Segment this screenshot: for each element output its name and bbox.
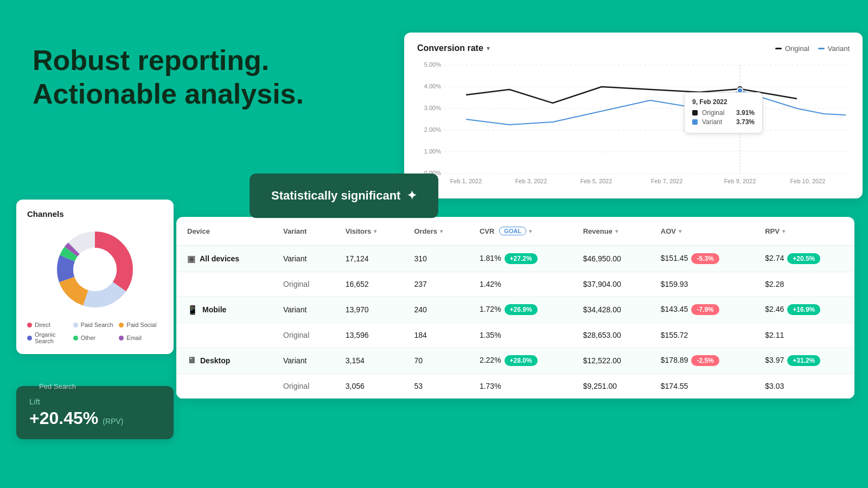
cell-variant-0: Variant	[272, 246, 335, 272]
col-orders-sort[interactable]: Orders ▾	[414, 227, 443, 235]
cell-variant-5: Original	[272, 374, 335, 399]
cvr-value-1: 1.42%	[480, 280, 501, 288]
legend-original-label: Original	[785, 44, 809, 53]
device-icon-4: 🖥	[187, 356, 196, 365]
variant-label-5: Original	[283, 382, 309, 390]
col-rpv: RPV ▾	[754, 217, 854, 246]
legend-label-paid-search: Paid Search	[81, 322, 113, 328]
cell-rpv-5: $3.03	[754, 374, 854, 399]
variant-label-4: Variant	[283, 356, 307, 365]
cell-visitors-3: 13,596	[335, 323, 404, 348]
hero-line1: Robust reporting.	[33, 44, 269, 76]
svg-text:5.00%: 5.00%	[424, 61, 441, 68]
legend-label-paid-social: Paid Social	[126, 322, 156, 328]
chart-panel: Conversion rate ▾ Original Variant 9, Fe…	[404, 33, 863, 198]
ped-search-label: Ped Search	[39, 382, 76, 390]
lift-label: Lift	[29, 397, 161, 406]
tooltip-original-label: Original	[702, 109, 732, 117]
cell-variant-2: Variant	[272, 297, 335, 323]
aov-sort-arrow: ▾	[679, 228, 681, 234]
device-icon-2: 📱	[187, 305, 198, 315]
svg-text:Feb 9, 2022: Feb 9, 2022	[724, 178, 756, 184]
col-revenue-sort[interactable]: Revenue ▾	[583, 227, 618, 235]
legend-color-paid-search	[73, 323, 78, 328]
cvr-badge-4: +28.0%	[505, 355, 538, 366]
cell-orders-5: 53	[403, 374, 468, 399]
aov-value-5: $174.55	[661, 382, 688, 390]
table-row: ▣All devicesVariant17,1243101.81%+27.2%$…	[176, 246, 854, 272]
hero-line2: Actionable analysis.	[33, 78, 304, 110]
rpv-value-1: $2.28	[765, 280, 784, 288]
chart-title: Conversion rate	[417, 43, 483, 53]
cell-revenue-2: $34,428.00	[572, 297, 650, 323]
col-cvr: CVR GOAL ▾	[469, 217, 572, 246]
svg-text:1.00%: 1.00%	[424, 148, 441, 155]
rpv-value-4: $3.97	[765, 356, 784, 364]
table-row: Original13,5961841.35%$28,653.00$155.72$…	[176, 323, 854, 348]
aov-value-0: $151.45	[661, 254, 688, 262]
cell-revenue-4: $12,522.00	[572, 348, 650, 374]
donut-svg	[52, 226, 138, 313]
chart-tooltip: 9, Feb 2022 Original 3.91% Variant 3.73%	[684, 92, 763, 133]
cell-device-1	[176, 272, 272, 297]
legend-original: Original	[775, 44, 809, 53]
rpv-badge-4: +31.2%	[787, 355, 820, 366]
cvr-value-2: 1.72%	[480, 305, 501, 313]
hero-section: Robust reporting. Actionable analysis.	[33, 43, 304, 111]
channels-card: Channels Direct Paid	[16, 200, 174, 354]
visitors-sort-arrow: ▾	[374, 228, 376, 234]
cvr-value-5: 1.73%	[480, 382, 501, 390]
col-rpv-sort[interactable]: RPV ▾	[765, 227, 785, 235]
cell-aov-4: $178.89-2.5%	[650, 348, 754, 374]
stat-sig-icon: ✦	[407, 189, 417, 203]
cell-cvr-5: 1.73%	[469, 374, 572, 399]
lift-unit: (RPV)	[103, 417, 123, 426]
legend-color-organic-search	[27, 336, 32, 341]
variant-label-3: Original	[283, 331, 309, 339]
cell-device-5	[176, 374, 272, 399]
cell-orders-2: 240	[403, 297, 468, 323]
col-variant: Variant	[272, 217, 335, 246]
cell-revenue-0: $46,950.00	[572, 246, 650, 272]
cell-aov-2: $143.45-7.9%	[650, 297, 754, 323]
lift-card: Lift +20.45% (RPV)	[16, 386, 174, 439]
cvr-value-0: 1.81%	[480, 254, 501, 262]
svg-text:4.00%: 4.00%	[424, 83, 441, 89]
channels-title: Channels	[27, 209, 163, 219]
stat-sig-label: Statistically significant	[271, 189, 400, 203]
rpv-badge-0: +20.5%	[787, 253, 820, 264]
tooltip-date: 9, Feb 2022	[692, 98, 755, 106]
legend-color-paid-social	[119, 323, 124, 328]
cell-aov-0: $151.45-5.3%	[650, 246, 754, 272]
cell-rpv-1: $2.28	[754, 272, 854, 297]
col-aov-sort[interactable]: AOV ▾	[661, 227, 681, 235]
cell-variant-3: Original	[272, 323, 335, 348]
col-device-label: Device	[187, 227, 210, 235]
device-icon-0: ▣	[187, 254, 195, 264]
tooltip-dot-variant	[692, 119, 698, 125]
variant-label-2: Variant	[283, 305, 307, 314]
legend-label-direct: Direct	[35, 322, 50, 328]
aov-badge-2: -7.9%	[691, 304, 719, 315]
cell-cvr-0: 1.81%+27.2%	[469, 246, 572, 272]
variant-label-0: Variant	[283, 254, 307, 263]
cell-aov-1: $159.93	[650, 272, 754, 297]
orders-sort-arrow: ▾	[440, 228, 443, 234]
aov-value-4: $178.89	[661, 356, 688, 364]
svg-text:Feb 10, 2022: Feb 10, 2022	[790, 178, 826, 184]
legend-color-direct	[27, 323, 32, 328]
legend-variant: Variant	[818, 44, 850, 53]
channels-legend: Direct Paid Search Paid Social Organic S…	[27, 322, 163, 344]
revenue-sort-arrow: ▾	[615, 228, 618, 234]
legend-paid-social: Paid Social	[119, 322, 163, 328]
aov-value-3: $155.72	[661, 331, 688, 339]
legend-email: Email	[119, 331, 163, 344]
chart-dropdown-arrow[interactable]: ▾	[487, 44, 490, 52]
cell-device-3	[176, 323, 272, 348]
col-cvr-sort[interactable]: CVR GOAL ▾	[480, 227, 532, 235]
col-visitors-sort[interactable]: Visitors ▾	[346, 227, 376, 235]
svg-text:Feb 3, 2022: Feb 3, 2022	[515, 178, 547, 184]
cell-visitors-5: 3,056	[335, 374, 404, 399]
cell-cvr-3: 1.35%	[469, 323, 572, 348]
cvr-value-4: 2.22%	[480, 356, 501, 364]
